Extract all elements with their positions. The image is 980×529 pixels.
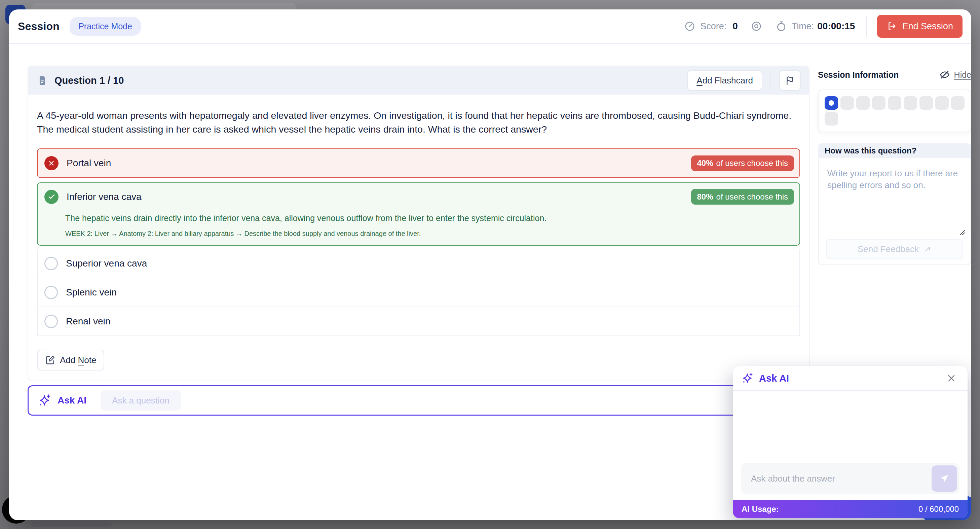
- add-note-button[interactable]: Add Note: [37, 350, 104, 371]
- option-portal-vein[interactable]: Portal vein 40%of users choose this: [37, 148, 800, 178]
- pencil-square-icon: [45, 355, 55, 365]
- correct-check-icon: [45, 190, 59, 204]
- add-flashcard-shortcut: A: [697, 75, 702, 86]
- progress-grid: [825, 96, 964, 126]
- answer-explanation: The hepatic veins drain directly into th…: [65, 213, 772, 224]
- progress-square-10[interactable]: [825, 112, 838, 126]
- score-label: Score:: [700, 21, 726, 32]
- time-label: Time:: [792, 21, 814, 32]
- feedback-title: How was this question?: [825, 146, 916, 156]
- option-inferior-vena-cava[interactable]: Inferior vena cava 80%of users choose th…: [37, 182, 800, 245]
- timer-icon: [776, 21, 787, 32]
- end-session-label: End Session: [902, 21, 953, 32]
- progress-square-5[interactable]: [888, 96, 901, 110]
- ai-usage-label: AI Usage:: [741, 504, 779, 514]
- resize-handle-icon[interactable]: [959, 229, 965, 236]
- send-feedback-button[interactable]: Send Feedback: [826, 239, 963, 259]
- option-label: Superior vena cava: [66, 258, 147, 269]
- badge-text: of users choose this: [716, 192, 788, 202]
- topic-breadcrumb: WEEK 2: Liver → Anatomy 2: Liver and bil…: [65, 230, 794, 237]
- page-title: Session: [18, 20, 59, 33]
- progress-square-6[interactable]: [904, 96, 917, 110]
- feedback-card: Send Feedback: [818, 158, 971, 265]
- close-icon[interactable]: [944, 371, 959, 386]
- badge-percent: 80%: [697, 192, 713, 202]
- feedback-header: How was this question?: [818, 143, 971, 158]
- arrow-up-right-icon: [923, 245, 932, 253]
- send-feedback-label: Send Feedback: [858, 244, 919, 254]
- option-label: Renal vein: [66, 316, 110, 327]
- sparkle-icon: [38, 394, 51, 407]
- progress-square-9[interactable]: [951, 96, 964, 110]
- ask-question-field[interactable]: Ask a question: [100, 390, 181, 411]
- badge-percent: 40%: [697, 158, 713, 168]
- flag-question-button[interactable]: [779, 70, 801, 91]
- gauge-icon: [684, 21, 695, 32]
- app-window: Session Practice Mode Score: 0: [9, 10, 971, 520]
- progress-square-7[interactable]: [920, 96, 933, 110]
- ask-ai-panel-header: Ask AI: [733, 366, 967, 390]
- option-label: Splenic vein: [66, 287, 117, 298]
- flag-icon: [784, 75, 795, 86]
- radio-circle[interactable]: [45, 257, 58, 270]
- add-note-label: Add Note: [60, 355, 96, 365]
- ask-ai-panel: Ask AI: [733, 366, 967, 518]
- add-flashcard-label: dd Flashcard: [703, 75, 753, 86]
- question-header: Question 1 / 10 Add Flashcard: [28, 66, 809, 94]
- choice-stats-badge: 40%of users choose this: [691, 156, 794, 171]
- question-counter: Question 1 / 10: [54, 75, 124, 86]
- ai-usage-bar: AI Usage: 0 / 600,000: [733, 500, 967, 518]
- progress-square-4[interactable]: [872, 96, 886, 110]
- choice-stats-badge: 80%of users choose this: [691, 189, 794, 205]
- logout-icon: [886, 21, 897, 31]
- practice-mode-badge: Practice Mode: [70, 17, 141, 36]
- topbar: Session Practice Mode Score: 0: [9, 10, 971, 44]
- score-visibility-icon[interactable]: [751, 21, 762, 32]
- paper-plane-icon: [939, 473, 950, 484]
- hide-session-info-button[interactable]: Hide: [939, 69, 971, 80]
- end-session-button[interactable]: End Session: [877, 15, 963, 38]
- session-info-title: Session Information: [818, 70, 899, 80]
- radio-circle[interactable]: [45, 286, 58, 299]
- add-flashcard-button[interactable]: Add Flashcard: [687, 70, 762, 91]
- send-button[interactable]: [932, 465, 957, 492]
- question-card: Question 1 / 10 Add Flashcard: [27, 65, 810, 381]
- question-text: A 45-year-old woman presents with hepato…: [28, 94, 809, 136]
- progress-square-8[interactable]: [935, 96, 949, 110]
- progress-square-3[interactable]: [856, 96, 870, 110]
- document-icon: [37, 75, 48, 86]
- progress-square-1[interactable]: [825, 96, 838, 110]
- progress-square-2[interactable]: [840, 96, 854, 110]
- score-value: 0: [732, 21, 738, 32]
- topbar-divider: [866, 16, 867, 37]
- option-label: Inferior vena cava: [67, 191, 142, 202]
- sparkle-icon: [741, 372, 754, 384]
- ask-ai-panel-title: Ask AI: [759, 373, 789, 384]
- session-info-header: Session Information Hide: [818, 69, 971, 80]
- ask-ai-bar: Ask AI Ask a question: [27, 385, 810, 416]
- active-question-dot: [829, 100, 834, 106]
- screen: Session Practice Mode Score: 0: [0, 0, 980, 529]
- ai-usage-value: 0 / 600,000: [918, 504, 959, 514]
- eye-off-icon: [939, 69, 950, 80]
- feedback-textarea[interactable]: [822, 163, 971, 240]
- progress-card: [818, 89, 971, 132]
- option-splenic-vein[interactable]: Splenic vein: [37, 277, 800, 307]
- ask-ai-input-row: [741, 463, 959, 494]
- hide-label: Hide: [954, 70, 971, 80]
- incorrect-x-icon: [45, 156, 59, 170]
- options-list: Portal vein 40%of users choose this Infe…: [37, 148, 800, 336]
- ask-ai-bar-label: Ask AI: [57, 395, 86, 406]
- badge-text: of users choose this: [716, 158, 788, 168]
- header-divider: [770, 71, 771, 90]
- option-superior-vena-cava[interactable]: Superior vena cava: [37, 249, 800, 278]
- backdrop-bottom-shape: [31, 522, 111, 527]
- ask-ai-input[interactable]: [741, 473, 929, 484]
- option-renal-vein[interactable]: Renal vein: [37, 307, 800, 336]
- radio-circle[interactable]: [45, 315, 58, 328]
- ask-ai-conversation: [733, 391, 967, 463]
- time-value: 00:00:15: [817, 21, 855, 32]
- option-label: Portal vein: [67, 158, 111, 169]
